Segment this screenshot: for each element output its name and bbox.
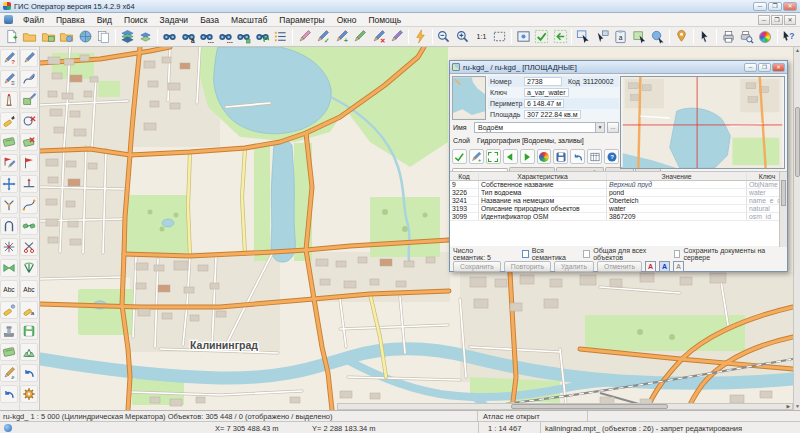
menu-8[interactable]: Параметры	[273, 14, 330, 26]
accept-button[interactable]	[452, 149, 467, 164]
geoportal-button[interactable]	[76, 28, 95, 46]
map-horizontal-scrollbar[interactable]: ▶	[337, 403, 793, 410]
delete-object-tool[interactable]	[20, 133, 38, 151]
stamp-tool[interactable]	[0, 322, 18, 340]
fit-object-button[interactable]	[486, 149, 501, 164]
marker-a-tool[interactable]: a	[20, 301, 38, 319]
create-object-tool[interactable]	[0, 91, 18, 109]
number-value[interactable]: 2738	[524, 77, 562, 86]
map-layers-button[interactable]	[118, 28, 137, 46]
cancel-button[interactable]: Отменить	[597, 261, 642, 272]
font-size-button-1[interactable]: А	[645, 261, 656, 272]
help-button[interactable]: ?	[604, 149, 619, 164]
menu-3[interactable]: Вид	[91, 14, 118, 26]
menu-4[interactable]: Поиск	[118, 14, 154, 26]
dialog-minimap[interactable]	[620, 76, 785, 169]
smooth-curve-tool[interactable]	[20, 196, 38, 214]
area-green-tool[interactable]	[0, 343, 18, 361]
vertical-scroll-thumb[interactable]	[795, 107, 800, 177]
graphics-object-button[interactable]	[388, 28, 407, 46]
save-segment-tool[interactable]	[20, 322, 38, 340]
map-vertical-scrollbar[interactable]: ▲ ▼	[793, 47, 800, 410]
table-row[interactable]: 3241Название на немецкомOberteichname_e_…	[450, 197, 787, 205]
chevron-down-icon[interactable]: ▼	[595, 123, 604, 132]
view-window-button[interactable]	[514, 28, 533, 46]
fit-extent-button[interactable]	[490, 28, 509, 46]
add-semantic-button[interactable]: +	[469, 149, 484, 164]
object-card-tool[interactable]	[0, 133, 18, 151]
edit-pencil-tool[interactable]	[20, 49, 38, 67]
edit-spline-tool[interactable]	[20, 70, 38, 88]
font-size-button-3[interactable]: А	[673, 261, 684, 272]
highlight-tool[interactable]	[0, 301, 18, 319]
menu-9[interactable]: Окно	[331, 14, 363, 26]
save-documents-checkbox[interactable]	[674, 250, 681, 258]
refresh-object-button[interactable]	[537, 149, 552, 164]
object-name-combobox[interactable]: Водоём ▼	[474, 122, 605, 133]
menu-app-icon[interactable]	[4, 15, 13, 24]
table-row[interactable]: 3193Описание природных объектовwaternatu…	[450, 205, 787, 213]
select-frame-button[interactable]	[574, 28, 593, 46]
repeat-button[interactable]: Повторить	[504, 261, 551, 272]
create-log-tool[interactable]: ≡	[0, 70, 18, 88]
close-button[interactable]: ✕	[783, 2, 797, 11]
horizontal-scroll-thumb[interactable]	[511, 404, 668, 409]
select-object-button[interactable]	[593, 28, 612, 46]
pointer-button[interactable]	[696, 28, 715, 46]
minimize-button[interactable]: ─	[753, 2, 767, 11]
print-preview-button[interactable]	[738, 28, 757, 46]
text-label-tool[interactable]: Abc	[0, 280, 18, 298]
open-data-button[interactable]	[39, 28, 58, 46]
table-row[interactable]: 3226Тип водоемаpondwater	[450, 189, 787, 197]
zoom-in-button[interactable]	[453, 28, 472, 46]
layer-visibility-button[interactable]	[137, 28, 156, 46]
prev-object-button[interactable]	[503, 149, 518, 164]
direction-tool[interactable]	[20, 175, 38, 193]
dialog-title-bar[interactable]: ru-kgd_ / ru-kgd_ [ПЛОЩАДНЫЕ] ─ ❐ ✕	[450, 61, 787, 74]
table-scrollbar[interactable]	[779, 172, 787, 247]
split-area-tool[interactable]	[20, 259, 38, 277]
scale-1-1-button[interactable]: 1:1	[472, 28, 491, 46]
zoom-out-button[interactable]	[435, 28, 454, 46]
add-object-button[interactable]: +	[332, 28, 351, 46]
print-button[interactable]	[719, 28, 738, 46]
mdi-close-button[interactable]: ✕	[784, 15, 796, 25]
context-help-button[interactable]: ?	[780, 28, 799, 46]
menu-1[interactable]: Файл	[17, 14, 50, 26]
menu-10[interactable]: Помощь	[362, 14, 407, 26]
dialog-minimize-button[interactable]: ─	[744, 63, 757, 72]
semantic-table-button[interactable]	[587, 149, 602, 164]
find-selection-button[interactable]: …	[216, 28, 235, 46]
menu-6[interactable]: База	[194, 14, 225, 26]
join-lines-tool[interactable]	[20, 217, 38, 235]
find-object-button[interactable]	[160, 28, 179, 46]
new-map-button[interactable]	[2, 28, 21, 46]
layer-value[interactable]: Гидрография [Водоемы, заливы]	[474, 137, 619, 144]
cut-object-tool[interactable]	[20, 238, 38, 256]
common-point-tool[interactable]	[0, 238, 18, 256]
flag-edit-tool[interactable]	[0, 154, 18, 172]
measure-route-button[interactable]	[672, 28, 691, 46]
delete-object-button[interactable]: ✕	[369, 28, 388, 46]
copy-map-button[interactable]	[95, 28, 114, 46]
edit-map-button[interactable]	[295, 28, 314, 46]
triangulation-tool[interactable]	[20, 343, 38, 361]
select-list-button[interactable]: a	[611, 28, 630, 46]
edit-area-tool[interactable]	[20, 91, 38, 109]
undo-blue-tool[interactable]	[20, 364, 38, 382]
undo-object-button[interactable]	[570, 149, 585, 164]
reverse-line-tool[interactable]	[0, 217, 18, 235]
find-next-button[interactable]: …	[197, 28, 216, 46]
save-object-button[interactable]	[553, 149, 568, 164]
next-object-button[interactable]	[520, 149, 535, 164]
move-object-tool[interactable]	[0, 175, 18, 193]
common-for-all-checkbox[interactable]	[583, 250, 590, 258]
menu-5[interactable]: Задачи	[154, 14, 195, 26]
junction-tool[interactable]	[0, 196, 18, 214]
flag-marker-tool[interactable]	[20, 154, 38, 172]
run-task-button[interactable]	[411, 28, 430, 46]
mdi-minimize-button[interactable]: ─	[758, 15, 770, 25]
previous-view-button[interactable]	[551, 28, 570, 46]
text-edit-tool[interactable]: Abc	[20, 280, 38, 298]
restore-button[interactable]: ❐	[768, 2, 782, 11]
